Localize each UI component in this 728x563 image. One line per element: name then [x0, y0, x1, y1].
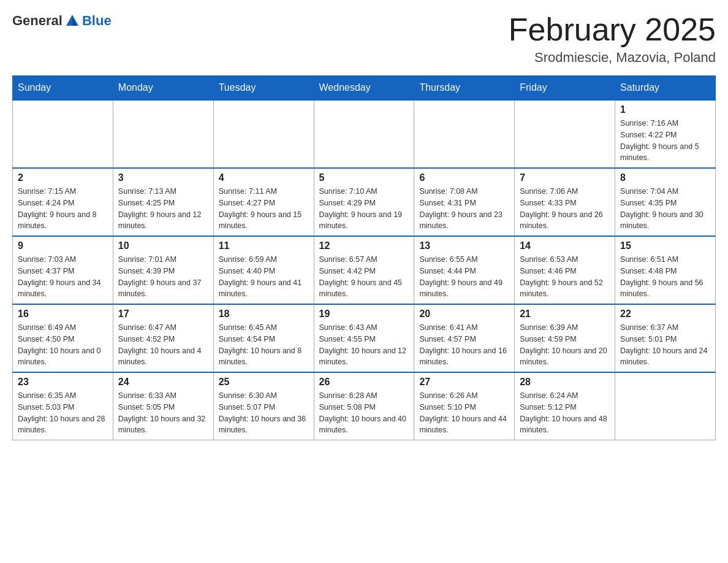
day-info: Sunrise: 7:10 AMSunset: 4:29 PMDaylight:…: [319, 186, 409, 232]
calendar-table: SundayMondayTuesdayWednesdayThursdayFrid…: [12, 75, 716, 440]
day-number: 2: [18, 172, 108, 183]
calendar-week-row: 1Sunrise: 7:16 AMSunset: 4:22 PMDaylight…: [13, 100, 716, 168]
calendar-cell: 8Sunrise: 7:04 AMSunset: 4:35 PMDaylight…: [615, 168, 716, 236]
calendar-cell: 26Sunrise: 6:28 AMSunset: 5:08 PMDayligh…: [314, 372, 414, 440]
calendar-cell: [414, 100, 515, 168]
calendar-cell: 12Sunrise: 6:57 AMSunset: 4:42 PMDayligh…: [314, 236, 414, 304]
day-number: 13: [419, 240, 509, 251]
day-info: Sunrise: 7:13 AMSunset: 4:25 PMDaylight:…: [118, 186, 208, 232]
day-number: 4: [219, 172, 309, 183]
calendar-cell: 14Sunrise: 6:53 AMSunset: 4:46 PMDayligh…: [515, 236, 615, 304]
day-info: Sunrise: 6:47 AMSunset: 4:52 PMDaylight:…: [118, 322, 208, 368]
day-info: Sunrise: 6:41 AMSunset: 4:57 PMDaylight:…: [419, 322, 509, 368]
day-number: 10: [118, 240, 208, 251]
location: Srodmiescie, Mazovia, Poland: [509, 50, 716, 66]
day-number: 15: [620, 240, 710, 251]
calendar-cell: 4Sunrise: 7:11 AMSunset: 4:27 PMDaylight…: [213, 168, 314, 236]
calendar-cell: 10Sunrise: 7:01 AMSunset: 4:39 PMDayligh…: [113, 236, 213, 304]
calendar-cell: [515, 100, 615, 168]
day-number: 14: [520, 240, 610, 251]
day-info: Sunrise: 7:16 AMSunset: 4:22 PMDaylight:…: [620, 118, 710, 164]
calendar-cell: 28Sunrise: 6:24 AMSunset: 5:12 PMDayligh…: [515, 372, 615, 440]
calendar-week-row: 23Sunrise: 6:35 AMSunset: 5:03 PMDayligh…: [13, 372, 716, 440]
day-number: 16: [18, 308, 108, 320]
day-info: Sunrise: 6:51 AMSunset: 4:48 PMDaylight:…: [620, 254, 710, 300]
day-info: Sunrise: 6:26 AMSunset: 5:10 PMDaylight:…: [419, 390, 509, 436]
calendar-week-row: 2Sunrise: 7:15 AMSunset: 4:24 PMDaylight…: [13, 168, 716, 236]
day-info: Sunrise: 7:11 AMSunset: 4:27 PMDaylight:…: [219, 186, 309, 232]
day-number: 8: [620, 172, 710, 183]
month-title: February 2025: [509, 12, 716, 47]
calendar-cell: 1Sunrise: 7:16 AMSunset: 4:22 PMDaylight…: [615, 100, 716, 168]
day-number: 20: [419, 308, 509, 320]
calendar-cell: 23Sunrise: 6:35 AMSunset: 5:03 PMDayligh…: [13, 372, 113, 440]
calendar-cell: 21Sunrise: 6:39 AMSunset: 4:59 PMDayligh…: [515, 304, 615, 372]
calendar-cell: 20Sunrise: 6:41 AMSunset: 4:57 PMDayligh…: [414, 304, 515, 372]
day-info: Sunrise: 6:39 AMSunset: 4:59 PMDaylight:…: [520, 322, 610, 368]
calendar-cell: 2Sunrise: 7:15 AMSunset: 4:24 PMDaylight…: [13, 168, 113, 236]
day-header-wednesday: Wednesday: [314, 76, 414, 101]
logo-icon: [64, 12, 81, 29]
calendar-cell: 25Sunrise: 6:30 AMSunset: 5:07 PMDayligh…: [213, 372, 314, 440]
day-number: 17: [118, 308, 208, 320]
day-number: 24: [118, 377, 208, 388]
calendar-header-row: SundayMondayTuesdayWednesdayThursdayFrid…: [13, 76, 716, 101]
calendar-cell: 27Sunrise: 6:26 AMSunset: 5:10 PMDayligh…: [414, 372, 515, 440]
day-info: Sunrise: 7:08 AMSunset: 4:31 PMDaylight:…: [419, 186, 509, 232]
calendar-cell: 13Sunrise: 6:55 AMSunset: 4:44 PMDayligh…: [414, 236, 515, 304]
day-info: Sunrise: 6:28 AMSunset: 5:08 PMDaylight:…: [319, 390, 409, 436]
calendar-cell: [113, 100, 213, 168]
day-info: Sunrise: 7:06 AMSunset: 4:33 PMDaylight:…: [520, 186, 610, 232]
day-info: Sunrise: 6:53 AMSunset: 4:46 PMDaylight:…: [520, 254, 610, 300]
day-number: 6: [419, 172, 509, 183]
calendar-cell: 24Sunrise: 6:33 AMSunset: 5:05 PMDayligh…: [113, 372, 213, 440]
day-number: 1: [620, 104, 710, 115]
day-number: 26: [319, 377, 409, 388]
day-info: Sunrise: 6:57 AMSunset: 4:42 PMDaylight:…: [319, 254, 409, 300]
calendar-cell: 6Sunrise: 7:08 AMSunset: 4:31 PMDaylight…: [414, 168, 515, 236]
day-number: 27: [419, 377, 509, 388]
day-info: Sunrise: 6:30 AMSunset: 5:07 PMDaylight:…: [219, 390, 309, 436]
day-number: 19: [319, 308, 409, 320]
day-number: 18: [219, 308, 309, 320]
calendar-cell: 11Sunrise: 6:59 AMSunset: 4:40 PMDayligh…: [213, 236, 314, 304]
logo-general: General: [12, 13, 63, 29]
calendar-cell: 22Sunrise: 6:37 AMSunset: 5:01 PMDayligh…: [615, 304, 716, 372]
day-number: 28: [520, 377, 610, 388]
day-number: 7: [520, 172, 610, 183]
day-header-thursday: Thursday: [414, 76, 515, 101]
calendar-cell: [314, 100, 414, 168]
calendar-cell: [13, 100, 113, 168]
day-info: Sunrise: 6:49 AMSunset: 4:50 PMDaylight:…: [18, 322, 108, 368]
day-info: Sunrise: 6:24 AMSunset: 5:12 PMDaylight:…: [520, 390, 610, 436]
day-info: Sunrise: 7:01 AMSunset: 4:39 PMDaylight:…: [118, 254, 208, 300]
day-info: Sunrise: 6:45 AMSunset: 4:54 PMDaylight:…: [219, 322, 309, 368]
day-info: Sunrise: 6:43 AMSunset: 4:55 PMDaylight:…: [319, 322, 409, 368]
day-number: 25: [219, 377, 309, 388]
logo: General Blue: [12, 12, 112, 29]
title-block: February 2025 Srodmiescie, Mazovia, Pola…: [509, 12, 716, 66]
calendar-cell: 3Sunrise: 7:13 AMSunset: 4:25 PMDaylight…: [113, 168, 213, 236]
logo-blue: Blue: [82, 13, 112, 29]
calendar-cell: [213, 100, 314, 168]
calendar-cell: 17Sunrise: 6:47 AMSunset: 4:52 PMDayligh…: [113, 304, 213, 372]
day-header-saturday: Saturday: [615, 76, 716, 101]
day-info: Sunrise: 6:35 AMSunset: 5:03 PMDaylight:…: [18, 390, 108, 436]
day-header-sunday: Sunday: [13, 76, 113, 101]
calendar-cell: 15Sunrise: 6:51 AMSunset: 4:48 PMDayligh…: [615, 236, 716, 304]
calendar-cell: 19Sunrise: 6:43 AMSunset: 4:55 PMDayligh…: [314, 304, 414, 372]
day-info: Sunrise: 6:37 AMSunset: 5:01 PMDaylight:…: [620, 322, 710, 368]
page-header: General Blue February 2025 Srodmiescie, …: [12, 12, 716, 66]
day-info: Sunrise: 6:33 AMSunset: 5:05 PMDaylight:…: [118, 390, 208, 436]
day-number: 23: [18, 377, 108, 388]
day-number: 11: [219, 240, 309, 251]
day-header-monday: Monday: [113, 76, 213, 101]
day-info: Sunrise: 7:15 AMSunset: 4:24 PMDaylight:…: [18, 186, 108, 232]
calendar-cell: 7Sunrise: 7:06 AMSunset: 4:33 PMDaylight…: [515, 168, 615, 236]
day-number: 21: [520, 308, 610, 320]
day-info: Sunrise: 6:59 AMSunset: 4:40 PMDaylight:…: [219, 254, 309, 300]
calendar-cell: 5Sunrise: 7:10 AMSunset: 4:29 PMDaylight…: [314, 168, 414, 236]
day-number: 5: [319, 172, 409, 183]
calendar-cell: 16Sunrise: 6:49 AMSunset: 4:50 PMDayligh…: [13, 304, 113, 372]
day-number: 12: [319, 240, 409, 251]
